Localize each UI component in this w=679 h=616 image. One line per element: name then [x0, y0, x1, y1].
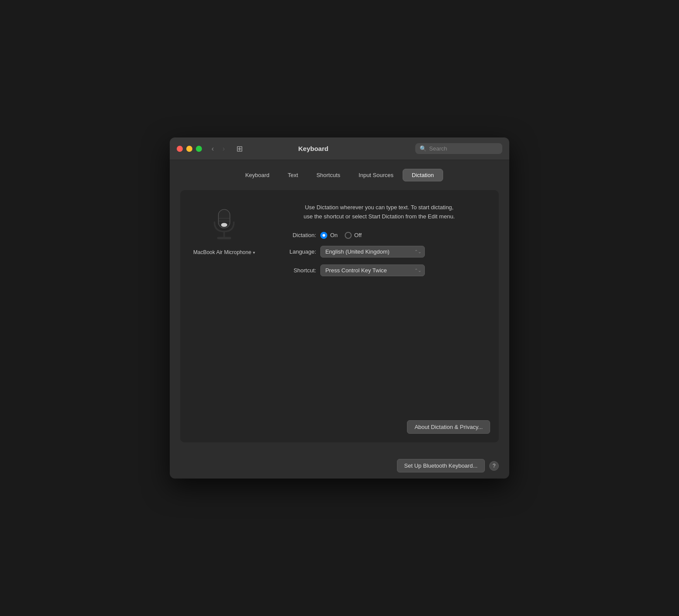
- tab-text[interactable]: Text: [279, 169, 307, 181]
- mic-section: MacBook Air Microphone ▾: [193, 203, 255, 255]
- tab-keyboard[interactable]: Keyboard: [236, 169, 279, 181]
- dictation-toggle-row: Dictation: On Off: [272, 232, 486, 239]
- dictation-on-option[interactable]: On: [320, 232, 337, 239]
- search-bar: 🔍: [415, 143, 502, 154]
- tabs: Keyboard Text Shortcuts Input Sources Di…: [180, 169, 499, 181]
- shortcut-row: Shortcut: Press Control Key Twice Press …: [272, 264, 486, 276]
- shortcut-field-label: Shortcut:: [272, 267, 316, 274]
- dictation-description: Use Dictation wherever you can type text…: [272, 203, 486, 221]
- close-button[interactable]: [177, 146, 183, 152]
- radio-on-circle[interactable]: [320, 232, 327, 239]
- footer: Set Up Bluetooth Keyboard... ?: [170, 453, 509, 479]
- dictation-settings: Use Dictation wherever you can type text…: [272, 203, 486, 283]
- traffic-lights: [177, 146, 202, 152]
- svg-rect-5: [217, 237, 231, 239]
- content: Keyboard Text Shortcuts Input Sources Di…: [170, 160, 509, 453]
- language-select[interactable]: English (United Kingdom) English (United…: [320, 246, 425, 258]
- language-field-label: Language:: [272, 248, 316, 255]
- tab-input-sources[interactable]: Input Sources: [350, 169, 403, 181]
- help-button[interactable]: ?: [489, 461, 499, 471]
- dictation-radio-group: On Off: [320, 232, 361, 239]
- mic-label[interactable]: MacBook Air Microphone ▾: [193, 249, 255, 255]
- tab-dictation[interactable]: Dictation: [403, 169, 443, 181]
- radio-off-circle[interactable]: [345, 232, 352, 239]
- dictation-field-label: Dictation:: [272, 232, 316, 238]
- minimize-button[interactable]: [186, 146, 192, 152]
- language-select-wrapper: English (United Kingdom) English (United…: [320, 246, 425, 258]
- shortcut-select-wrapper: Press Control Key Twice Press Fn (Functi…: [320, 264, 425, 276]
- setup-bluetooth-button[interactable]: Set Up Bluetooth Keyboard...: [397, 459, 485, 472]
- window-title: Keyboard: [215, 145, 412, 152]
- language-row: Language: English (United Kingdom) Engli…: [272, 246, 486, 258]
- window: ‹ › ⊞ Keyboard 🔍 Keyboard Text Shortcuts…: [170, 137, 509, 479]
- panel-bottom: About Dictation & Privacy...: [407, 420, 490, 434]
- svg-point-3: [221, 223, 227, 227]
- microphone-icon: [207, 208, 242, 242]
- shortcut-select[interactable]: Press Control Key Twice Press Fn (Functi…: [320, 264, 425, 276]
- titlebar: ‹ › ⊞ Keyboard 🔍: [170, 137, 509, 160]
- tab-shortcuts[interactable]: Shortcuts: [307, 169, 350, 181]
- dictation-panel: MacBook Air Microphone ▾ Use Dictation w…: [180, 190, 499, 442]
- search-icon: 🔍: [420, 145, 427, 152]
- search-input[interactable]: [429, 145, 498, 152]
- dictation-layout: MacBook Air Microphone ▾ Use Dictation w…: [193, 203, 486, 283]
- mic-chevron-icon: ▾: [253, 250, 255, 255]
- maximize-button[interactable]: [196, 146, 202, 152]
- about-dictation-button[interactable]: About Dictation & Privacy...: [407, 420, 490, 434]
- dictation-off-option[interactable]: Off: [345, 232, 362, 239]
